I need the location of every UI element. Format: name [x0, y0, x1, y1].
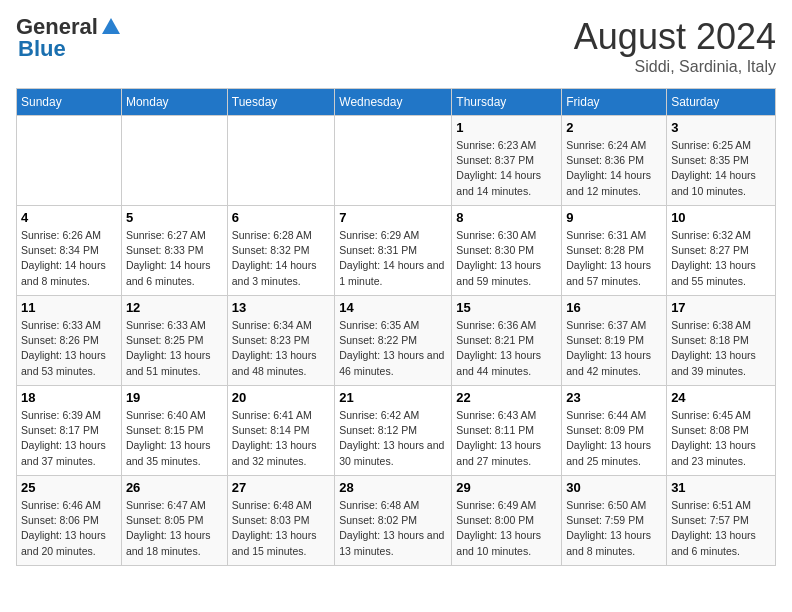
day-info: Sunrise: 6:51 AMSunset: 7:57 PMDaylight:… [671, 498, 771, 559]
day-number: 20 [232, 390, 330, 405]
day-number: 10 [671, 210, 771, 225]
col-header-thursday: Thursday [452, 89, 562, 116]
calendar-cell: 20Sunrise: 6:41 AMSunset: 8:14 PMDayligh… [227, 386, 334, 476]
month-year: August 2024 [574, 16, 776, 58]
day-info: Sunrise: 6:39 AMSunset: 8:17 PMDaylight:… [21, 408, 117, 469]
day-info: Sunrise: 6:47 AMSunset: 8:05 PMDaylight:… [126, 498, 223, 559]
calendar-cell: 1Sunrise: 6:23 AMSunset: 8:37 PMDaylight… [452, 116, 562, 206]
day-info: Sunrise: 6:33 AMSunset: 8:26 PMDaylight:… [21, 318, 117, 379]
day-number: 17 [671, 300, 771, 315]
calendar-cell: 23Sunrise: 6:44 AMSunset: 8:09 PMDayligh… [562, 386, 667, 476]
day-number: 8 [456, 210, 557, 225]
day-info: Sunrise: 6:49 AMSunset: 8:00 PMDaylight:… [456, 498, 557, 559]
calendar-cell: 29Sunrise: 6:49 AMSunset: 8:00 PMDayligh… [452, 476, 562, 566]
day-number: 26 [126, 480, 223, 495]
day-info: Sunrise: 6:44 AMSunset: 8:09 PMDaylight:… [566, 408, 662, 469]
day-info: Sunrise: 6:43 AMSunset: 8:11 PMDaylight:… [456, 408, 557, 469]
day-info: Sunrise: 6:29 AMSunset: 8:31 PMDaylight:… [339, 228, 447, 289]
calendar-cell: 21Sunrise: 6:42 AMSunset: 8:12 PMDayligh… [335, 386, 452, 476]
day-info: Sunrise: 6:28 AMSunset: 8:32 PMDaylight:… [232, 228, 330, 289]
col-header-saturday: Saturday [667, 89, 776, 116]
calendar-cell [121, 116, 227, 206]
calendar-cell: 16Sunrise: 6:37 AMSunset: 8:19 PMDayligh… [562, 296, 667, 386]
calendar-cell: 9Sunrise: 6:31 AMSunset: 8:28 PMDaylight… [562, 206, 667, 296]
calendar-cell: 28Sunrise: 6:48 AMSunset: 8:02 PMDayligh… [335, 476, 452, 566]
calendar-cell: 12Sunrise: 6:33 AMSunset: 8:25 PMDayligh… [121, 296, 227, 386]
calendar-cell [227, 116, 334, 206]
day-number: 2 [566, 120, 662, 135]
day-number: 4 [21, 210, 117, 225]
day-info: Sunrise: 6:48 AMSunset: 8:02 PMDaylight:… [339, 498, 447, 559]
col-header-wednesday: Wednesday [335, 89, 452, 116]
day-info: Sunrise: 6:34 AMSunset: 8:23 PMDaylight:… [232, 318, 330, 379]
day-info: Sunrise: 6:41 AMSunset: 8:14 PMDaylight:… [232, 408, 330, 469]
day-info: Sunrise: 6:32 AMSunset: 8:27 PMDaylight:… [671, 228, 771, 289]
logo: General Blue [16, 16, 122, 60]
day-info: Sunrise: 6:50 AMSunset: 7:59 PMDaylight:… [566, 498, 662, 559]
calendar-cell [17, 116, 122, 206]
day-info: Sunrise: 6:46 AMSunset: 8:06 PMDaylight:… [21, 498, 117, 559]
day-info: Sunrise: 6:33 AMSunset: 8:25 PMDaylight:… [126, 318, 223, 379]
day-number: 13 [232, 300, 330, 315]
calendar-cell: 15Sunrise: 6:36 AMSunset: 8:21 PMDayligh… [452, 296, 562, 386]
calendar-cell: 22Sunrise: 6:43 AMSunset: 8:11 PMDayligh… [452, 386, 562, 476]
day-number: 21 [339, 390, 447, 405]
day-number: 1 [456, 120, 557, 135]
col-header-tuesday: Tuesday [227, 89, 334, 116]
day-info: Sunrise: 6:37 AMSunset: 8:19 PMDaylight:… [566, 318, 662, 379]
location: Siddi, Sardinia, Italy [574, 58, 776, 76]
day-info: Sunrise: 6:30 AMSunset: 8:30 PMDaylight:… [456, 228, 557, 289]
day-number: 22 [456, 390, 557, 405]
calendar-cell: 6Sunrise: 6:28 AMSunset: 8:32 PMDaylight… [227, 206, 334, 296]
calendar-cell: 25Sunrise: 6:46 AMSunset: 8:06 PMDayligh… [17, 476, 122, 566]
day-number: 5 [126, 210, 223, 225]
day-number: 27 [232, 480, 330, 495]
col-header-friday: Friday [562, 89, 667, 116]
day-number: 18 [21, 390, 117, 405]
day-number: 14 [339, 300, 447, 315]
calendar-cell [335, 116, 452, 206]
day-number: 28 [339, 480, 447, 495]
title-block: August 2024 Siddi, Sardinia, Italy [574, 16, 776, 76]
day-number: 7 [339, 210, 447, 225]
day-info: Sunrise: 6:40 AMSunset: 8:15 PMDaylight:… [126, 408, 223, 469]
page-header: General Blue August 2024 Siddi, Sardinia… [16, 16, 776, 76]
calendar-cell: 5Sunrise: 6:27 AMSunset: 8:33 PMDaylight… [121, 206, 227, 296]
day-number: 30 [566, 480, 662, 495]
col-header-monday: Monday [121, 89, 227, 116]
svg-marker-0 [102, 18, 120, 34]
day-info: Sunrise: 6:25 AMSunset: 8:35 PMDaylight:… [671, 138, 771, 199]
day-info: Sunrise: 6:24 AMSunset: 8:36 PMDaylight:… [566, 138, 662, 199]
calendar-cell: 11Sunrise: 6:33 AMSunset: 8:26 PMDayligh… [17, 296, 122, 386]
calendar-cell: 31Sunrise: 6:51 AMSunset: 7:57 PMDayligh… [667, 476, 776, 566]
day-number: 6 [232, 210, 330, 225]
day-number: 23 [566, 390, 662, 405]
calendar-cell: 14Sunrise: 6:35 AMSunset: 8:22 PMDayligh… [335, 296, 452, 386]
day-info: Sunrise: 6:35 AMSunset: 8:22 PMDaylight:… [339, 318, 447, 379]
calendar-cell: 17Sunrise: 6:38 AMSunset: 8:18 PMDayligh… [667, 296, 776, 386]
day-info: Sunrise: 6:31 AMSunset: 8:28 PMDaylight:… [566, 228, 662, 289]
day-number: 3 [671, 120, 771, 135]
calendar-cell: 7Sunrise: 6:29 AMSunset: 8:31 PMDaylight… [335, 206, 452, 296]
calendar-table: SundayMondayTuesdayWednesdayThursdayFrid… [16, 88, 776, 566]
col-header-sunday: Sunday [17, 89, 122, 116]
calendar-cell: 4Sunrise: 6:26 AMSunset: 8:34 PMDaylight… [17, 206, 122, 296]
day-number: 12 [126, 300, 223, 315]
calendar-cell: 8Sunrise: 6:30 AMSunset: 8:30 PMDaylight… [452, 206, 562, 296]
day-info: Sunrise: 6:45 AMSunset: 8:08 PMDaylight:… [671, 408, 771, 469]
calendar-cell: 24Sunrise: 6:45 AMSunset: 8:08 PMDayligh… [667, 386, 776, 476]
day-number: 11 [21, 300, 117, 315]
day-number: 9 [566, 210, 662, 225]
calendar-cell: 13Sunrise: 6:34 AMSunset: 8:23 PMDayligh… [227, 296, 334, 386]
calendar-cell: 2Sunrise: 6:24 AMSunset: 8:36 PMDaylight… [562, 116, 667, 206]
day-number: 19 [126, 390, 223, 405]
day-info: Sunrise: 6:36 AMSunset: 8:21 PMDaylight:… [456, 318, 557, 379]
calendar-cell: 10Sunrise: 6:32 AMSunset: 8:27 PMDayligh… [667, 206, 776, 296]
day-number: 25 [21, 480, 117, 495]
calendar-cell: 27Sunrise: 6:48 AMSunset: 8:03 PMDayligh… [227, 476, 334, 566]
calendar-cell: 30Sunrise: 6:50 AMSunset: 7:59 PMDayligh… [562, 476, 667, 566]
day-number: 31 [671, 480, 771, 495]
day-number: 24 [671, 390, 771, 405]
day-info: Sunrise: 6:38 AMSunset: 8:18 PMDaylight:… [671, 318, 771, 379]
day-info: Sunrise: 6:23 AMSunset: 8:37 PMDaylight:… [456, 138, 557, 199]
